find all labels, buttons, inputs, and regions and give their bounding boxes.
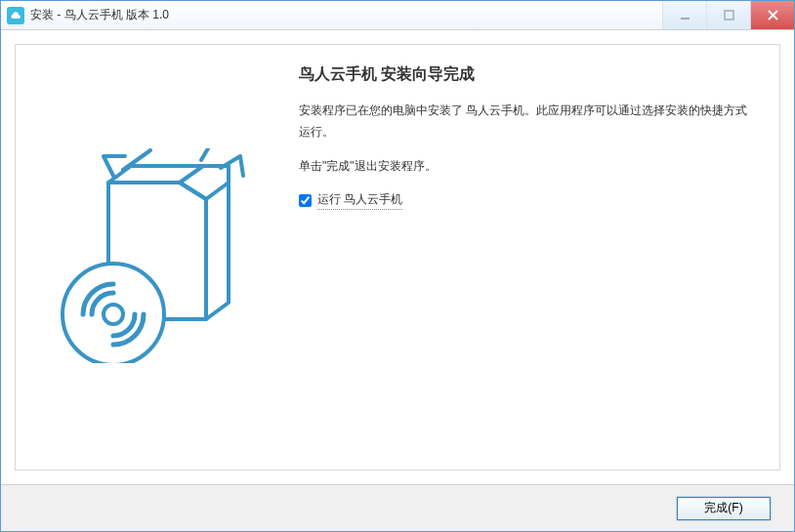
maximize-icon	[724, 10, 734, 20]
content-area: 鸟人云手机 安装向导完成 安装程序已在您的电脑中安装了 鸟人云手机。此应用程序可…	[1, 30, 794, 484]
wizard-paragraph-2: 单击"完成"退出安装程序。	[299, 156, 756, 178]
svg-rect-0	[681, 18, 690, 20]
footer-bar: 完成(F)	[1, 484, 794, 531]
minimize-button[interactable]	[662, 1, 706, 29]
box-disc-illustration	[55, 148, 250, 366]
wizard-heading: 鸟人云手机 安装向导完成	[299, 64, 756, 85]
window-title: 安装 - 鸟人云手机 版本 1.0	[30, 7, 662, 23]
titlebar: 安装 - 鸟人云手机 版本 1.0	[1, 1, 794, 30]
finish-button[interactable]: 完成(F)	[677, 497, 771, 520]
window-controls	[662, 1, 794, 29]
minimize-icon	[680, 10, 690, 20]
svg-point-2	[63, 264, 164, 363]
run-checkbox-row: 运行 鸟人云手机	[299, 191, 756, 210]
maximize-button[interactable]	[706, 1, 750, 29]
run-app-checkbox[interactable]	[299, 194, 312, 207]
close-icon	[768, 10, 778, 20]
svg-rect-1	[725, 11, 733, 20]
text-panel: 鸟人云手机 安装向导完成 安装程序已在您的电脑中安装了 鸟人云手机。此应用程序可…	[289, 45, 779, 470]
illustration-panel	[16, 45, 289, 470]
inner-panel: 鸟人云手机 安装向导完成 安装程序已在您的电脑中安装了 鸟人云手机。此应用程序可…	[15, 44, 780, 471]
close-button[interactable]	[750, 1, 794, 29]
app-icon	[7, 7, 24, 24]
wizard-paragraph-1: 安装程序已在您的电脑中安装了 鸟人云手机。此应用程序可以通过选择安装的快捷方式运…	[299, 101, 756, 143]
installer-window: 安装 - 鸟人云手机 版本 1.0	[0, 0, 795, 532]
run-app-checkbox-label[interactable]: 运行 鸟人云手机	[317, 191, 402, 210]
